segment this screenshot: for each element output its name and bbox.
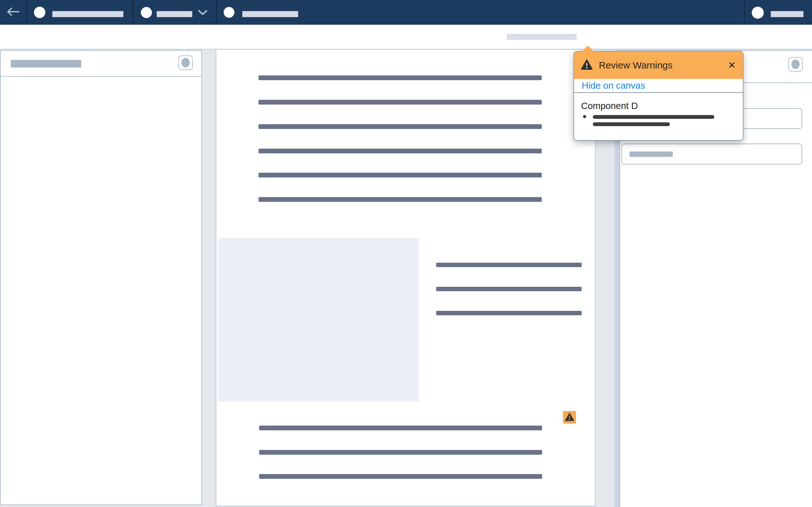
properties-collapse-button[interactable] <box>788 57 803 72</box>
avatar <box>141 7 152 18</box>
wireframe-text-line <box>258 149 542 153</box>
image-placeholder <box>218 238 419 401</box>
sidebar-collapse-button[interactable] <box>178 55 193 70</box>
wireframe-text-line <box>258 173 542 177</box>
review-warnings-popover: Review Warnings ✕ Hide on canvas Compone… <box>573 51 744 141</box>
warning-triangle-icon <box>581 60 593 71</box>
back-button[interactable] <box>0 0 26 25</box>
input-placeholder-text-bar <box>629 152 673 157</box>
nav-user-placeholder <box>771 11 803 17</box>
component-name-label: Component D <box>581 101 638 111</box>
sidebar-header <box>1 51 201 77</box>
nav-user-menu[interactable] <box>745 0 812 25</box>
nav-label-placeholder <box>157 11 192 17</box>
wireframe-text-line <box>436 311 582 315</box>
nav-title-placeholder <box>52 11 123 17</box>
wireframe-text-line <box>258 75 542 80</box>
circle-placeholder-icon <box>182 58 190 67</box>
components-sidebar <box>0 50 202 505</box>
avatar <box>223 7 235 18</box>
wireframe-text-line <box>259 450 542 455</box>
wireframe-text-line <box>258 100 542 105</box>
nav-label-placeholder <box>242 11 298 17</box>
popover-title: Review Warnings <box>599 60 672 71</box>
wireframe-text-line <box>258 197 542 202</box>
wireframe-text-line <box>436 263 582 267</box>
page-canvas[interactable] <box>216 50 596 506</box>
property-input-2[interactable] <box>621 144 802 164</box>
nav-dropdown-menu[interactable] <box>134 0 216 25</box>
warning-text-placeholder <box>593 122 670 126</box>
popover-link-row: Hide on canvas <box>574 79 743 93</box>
nav-context-menu[interactable] <box>27 0 133 25</box>
nav-page-menu[interactable] <box>217 0 306 25</box>
popover-arrow <box>581 46 595 52</box>
top-nav-bar <box>0 0 812 25</box>
toolbar-status-placeholder <box>507 34 577 40</box>
popover-header: Review Warnings ✕ <box>574 52 743 79</box>
close-icon[interactable]: ✕ <box>728 60 736 70</box>
hide-on-canvas-link[interactable]: Hide on canvas <box>582 80 645 91</box>
avatar <box>752 7 764 19</box>
avatar <box>34 7 45 18</box>
circle-placeholder-icon <box>792 60 800 69</box>
wireframe-text-line <box>259 426 542 430</box>
warning-text-placeholder <box>593 115 714 119</box>
bullet-dot <box>583 115 586 118</box>
wireframe-text-line <box>259 474 542 479</box>
warning-triangle-icon <box>565 413 574 422</box>
component-warning-badge[interactable] <box>563 411 576 424</box>
arrow-left-icon <box>6 7 20 18</box>
builder-toolbar: Save <box>0 25 812 49</box>
sidebar-title-placeholder <box>11 60 81 67</box>
wireframe-text-line <box>436 287 582 291</box>
chevron-down-icon <box>198 10 207 17</box>
wireframe-text-line <box>258 124 542 129</box>
